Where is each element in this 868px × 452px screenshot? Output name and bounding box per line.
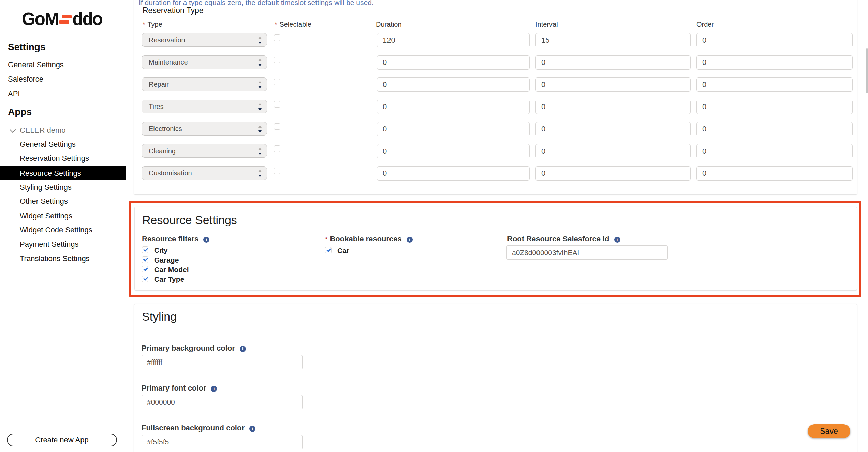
type-select[interactable]: Repair [142,77,267,91]
select-stepper-icon [258,147,262,156]
order-input[interactable] [696,55,853,70]
info-icon[interactable]: i [240,346,246,352]
chevron-down-icon [10,127,16,133]
sidebar-item-salesforce[interactable]: Salesforce [8,75,43,84]
selectable-checkbox[interactable] [274,168,280,174]
selectable-checkbox[interactable] [274,79,280,85]
city-checkbox[interactable] [142,246,148,253]
info-icon[interactable]: i [249,426,255,432]
selectable-checkbox[interactable] [274,123,280,130]
required-icon: * [325,236,327,243]
logo-equals-icon [59,14,72,26]
column-header-interval: Interval [535,20,558,28]
order-input[interactable] [696,122,853,136]
car-model-checkbox[interactable] [142,266,148,272]
select-stepper-icon [258,125,262,133]
select-stepper-icon [258,102,262,111]
primary-bg-color-input[interactable] [142,355,303,369]
duration-input[interactable] [377,122,530,136]
selectable-checkbox[interactable] [274,101,280,108]
sidebar-item-widget-code-settings[interactable]: Widget Code Settings [20,226,92,235]
gomeddo-logo: GoM ddo [22,9,102,29]
fullscreen-bg-color-label: Fullscreen background colori [142,424,255,433]
column-header-duration: Duration [376,20,402,28]
fullscreen-bg-color-input[interactable] [142,435,303,449]
duration-input[interactable] [377,77,530,92]
sidebar-item-resource-settings-selected[interactable]: Resource Settings [0,166,126,180]
reservation-type-card [134,0,857,195]
primary-bg-color-label: Primary background colori [142,344,246,353]
type-select[interactable]: Customisation [142,166,267,180]
selectable-checkbox[interactable] [274,145,280,152]
select-stepper-icon [258,80,262,89]
select-stepper-icon [258,36,262,45]
sidebar-item-widget-settings[interactable]: Widget Settings [20,212,72,221]
garage-checkbox[interactable] [142,256,148,263]
primary-font-color-input[interactable] [142,395,303,409]
interval-input[interactable] [535,33,691,47]
settings-heading: Settings [8,42,45,53]
interval-input[interactable] [535,122,691,136]
select-stepper-icon [258,58,262,67]
duration-input[interactable] [377,166,530,181]
column-header-order: Order [696,20,714,28]
info-icon[interactable]: i [211,386,217,392]
logo-text-post: ddo [72,9,102,29]
required-icon: * [275,21,277,28]
order-input[interactable] [696,144,853,158]
duration-input[interactable] [377,33,530,47]
primary-font-color-label: Primary font colori [142,384,217,393]
app-celer-demo[interactable]: CELER demo [10,126,66,135]
sidebar-item-reservation-settings[interactable]: Reservation Settings [20,154,89,163]
sidebar-item-api[interactable]: API [8,89,20,98]
selectable-checkbox[interactable] [274,34,280,41]
interval-input[interactable] [535,77,691,92]
logo-text-pre: GoM [22,9,58,29]
order-input[interactable] [696,100,853,114]
interval-input[interactable] [535,100,691,114]
car-type-checkbox[interactable] [142,276,148,282]
column-header-type: *Type [143,20,162,28]
interval-input[interactable] [535,144,691,158]
info-icon[interactable]: i [407,237,413,243]
app-name: CELER demo [20,126,66,135]
info-icon[interactable]: i [614,237,620,243]
info-icon[interactable]: i [203,237,209,243]
interval-input[interactable] [535,55,691,70]
sidebar-item-other-settings[interactable]: Other Settings [20,197,68,206]
car-checkbox[interactable] [325,247,332,253]
sidebar: GoM ddo Settings General Settings Salesf… [0,0,126,452]
save-button[interactable]: Save [808,424,850,438]
type-select[interactable]: Tires [142,100,267,113]
create-new-app-button[interactable]: Create new App [7,434,117,446]
required-icon: * [143,21,145,28]
type-select[interactable]: Maintenance [142,55,267,69]
type-select[interactable]: Reservation [142,33,267,47]
root-resource-input[interactable] [506,245,668,260]
sidebar-item-styling-settings[interactable]: Styling Settings [20,183,72,192]
column-header-selectable: *Selectable [275,20,311,28]
scrollbar-thumb[interactable] [866,48,868,93]
duration-input[interactable] [377,100,530,114]
select-stepper-icon [258,169,262,178]
duration-input[interactable] [377,55,530,70]
styling-title: Styling [142,310,177,323]
sidebar-item-payment-settings[interactable]: Payment Settings [20,240,78,249]
duration-input[interactable] [377,144,530,158]
order-input[interactable] [696,166,853,181]
reservation-type-title: Reservation Type [143,6,204,15]
resource-filters-label: Resource filtersi [142,235,209,243]
type-select[interactable]: Electronics [142,122,267,136]
type-select[interactable]: Cleaning [142,144,267,158]
resource-settings-card [134,207,857,291]
selectable-checkbox[interactable] [274,57,280,63]
sidebar-item-general-settings[interactable]: General Settings [8,60,64,69]
order-input[interactable] [696,33,853,47]
interval-input[interactable] [535,166,691,181]
sidebar-item-app-general-settings[interactable]: General Settings [20,140,76,149]
order-input[interactable] [696,77,853,92]
sidebar-item-translations-settings[interactable]: Translations Settings [20,254,90,263]
bookable-resources-label: *Bookable resourcesi [325,235,413,243]
apps-heading: Apps [8,107,32,117]
root-resource-label: Root Resource Salesforce idi [507,235,620,243]
